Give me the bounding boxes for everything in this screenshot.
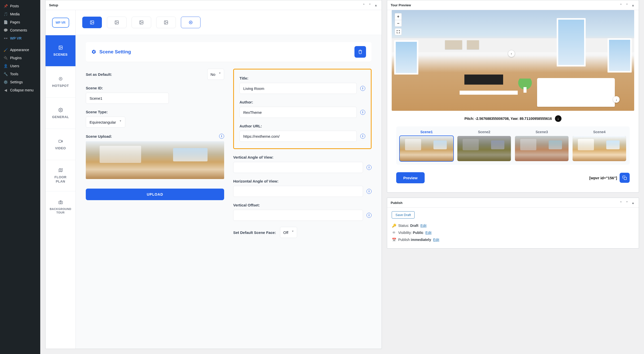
set-default-select[interactable]: No ˅ [207,69,224,80]
scene-tab-4[interactable] [156,17,176,28]
hotspot-marker-up[interactable]: ↑ [508,50,515,57]
scene-thumb-4-label: Scene4 [593,130,606,134]
zoom-in-button[interactable]: + [395,13,401,20]
menu-settings[interactable]: ⚙️Settings [0,78,40,86]
panel-up-icon[interactable]: ˄ [619,200,623,205]
menu-posts[interactable]: 📌Posts [0,2,40,10]
copy-shortcode-button[interactable] [620,173,630,183]
scene-form: Scene Setting Set as Default: [76,35,382,245]
menu-media[interactable]: 🎵Media [0,10,40,18]
plant-illustration [518,79,532,93]
scene-thumb-3[interactable]: Scene3 [515,130,569,161]
pitch-prefix: Pitch: [464,117,475,121]
zoom-controls: + − [395,13,402,27]
menu-comments-label: Comments [10,28,27,32]
tab-floorplan-label-2: PLAN [55,180,67,184]
author-url-input[interactable] [239,131,357,142]
panel-toggle-icon[interactable]: ▴ [631,200,635,205]
capture-view-button[interactable]: ↓ [555,115,561,122]
scene-id-input[interactable] [86,93,169,104]
info-icon[interactable]: i [367,213,372,218]
scene-type-select[interactable]: Equirectangular ˅ [86,117,125,128]
menu-tools[interactable]: 🔧Tools [0,70,40,78]
scene-thumb-1[interactable]: Scene1 [400,130,453,161]
panel-down-icon[interactable]: ˅ [368,3,372,7]
info-icon[interactable]: i [360,86,365,91]
svg-point-1 [60,47,60,47]
tab-bg-label-1: BACKGROUND [50,207,71,211]
menu-users[interactable]: 👤Users [0,62,40,70]
publish-date-edit-link[interactable]: Edit [433,238,439,242]
menu-wpvr[interactable]: 👓WP VR [0,34,40,42]
menu-comments[interactable]: 💬Comments [0,26,40,34]
hotspot-marker-down[interactable]: ↓ [613,96,620,103]
menu-appearance-label: Appearance [10,48,29,52]
menu-tools-label: Tools [10,72,18,76]
panel-toggle-icon[interactable]: ▴ [631,3,635,7]
tab-background-tour[interactable]: BACKGROUNDTOUR [46,191,75,223]
status-edit-link[interactable]: Edit [420,224,426,228]
tab-video[interactable]: VIDEO [46,129,75,160]
info-icon[interactable]: i [367,189,372,194]
visibility-edit-link[interactable]: Edit [425,231,431,235]
upload-button[interactable]: UPLOAD [86,189,224,200]
author-input[interactable] [239,107,357,118]
scene-tab-1[interactable] [82,17,102,28]
menu-appearance[interactable]: 🖌️Appearance [0,46,40,54]
comments-icon: 💬 [3,28,8,32]
scene-title-input[interactable] [239,83,357,94]
info-icon[interactable]: i [367,165,372,170]
vertical-offset-input[interactable] [233,210,363,221]
set-default-value: No [211,72,215,77]
brush-icon: 🖌️ [3,48,8,52]
scene-thumb-2[interactable]: Scene2 [457,130,511,161]
publish-panel-header: Publish ˄ ˅ ▴ [387,198,639,208]
set-face-select[interactable]: Off ˅ [280,227,297,238]
tab-scenes[interactable]: SCENES [46,35,75,66]
vertical-angle-input[interactable] [233,162,363,173]
preview-button[interactable]: Preview [396,172,425,183]
set-face-label: Set Default Scene Face: [233,230,276,235]
info-icon[interactable]: i [360,110,365,115]
scene-thumb-4[interactable]: Scene4 [573,130,626,161]
tab-hotspot[interactable]: HOTSPOT [46,66,75,98]
menu-collapse[interactable]: ◀Collapse menu [0,86,40,94]
horizontal-angle-input[interactable] [233,186,363,197]
zoom-out-button[interactable]: − [395,20,401,26]
scene-tab-2[interactable] [107,17,127,28]
tab-floorplan[interactable]: FLOORPLAN [46,160,75,191]
menu-collapse-label: Collapse menu [10,88,33,92]
panel-down-icon[interactable]: ˅ [625,3,629,7]
users-icon: 👤 [3,64,8,68]
author-label: Author: [239,100,365,104]
yaw-prefix: , Yaw: [509,117,519,121]
tour-canvas[interactable]: + − ↑ ↓ [392,10,634,111]
menu-pages[interactable]: 📄Pages [0,18,40,26]
tab-floorplan-label-1: FLOOR [55,175,67,180]
main-content: Setup ˄ ˅ ▴ WP VR SCENES HOTSPOT [40,0,644,354]
menu-users-label: Users [10,64,19,68]
info-icon[interactable]: i [360,134,365,139]
delete-scene-button[interactable] [354,46,366,58]
vertical-angle-label: Vertical Angle of View: [233,155,372,159]
wpvr-logo: WP VR [46,10,75,35]
tab-bg-label-2: TOUR [50,211,71,214]
set-default-label: Set as Default: [86,72,112,77]
info-icon[interactable]: i [219,134,224,139]
fullscreen-button[interactable] [395,28,402,35]
panel-up-icon[interactable]: ˄ [361,3,366,7]
tab-general[interactable]: GENERAL [46,98,75,129]
scene-tab-add[interactable] [181,17,200,28]
pages-icon: 📄 [3,20,8,24]
chevron-down-icon: ˅ [119,120,122,124]
scene-upload-thumbnail[interactable] [86,141,224,179]
panel-up-icon[interactable]: ˄ [619,3,623,7]
save-draft-button[interactable]: Save Draft [392,211,415,219]
panel-toggle-icon[interactable]: ▴ [374,3,378,7]
scene-tab-3[interactable] [132,17,151,28]
panel-down-icon[interactable]: ˅ [625,200,629,205]
target-icon [58,76,63,81]
wp-admin-sidebar: 📌Posts 🎵Media 📄Pages 💬Comments 👓WP VR 🖌️… [0,0,40,354]
setup-panel: Setup ˄ ˅ ▴ WP VR SCENES HOTSPOT [45,0,382,349]
menu-plugins[interactable]: 🔌Plugins [0,54,40,62]
